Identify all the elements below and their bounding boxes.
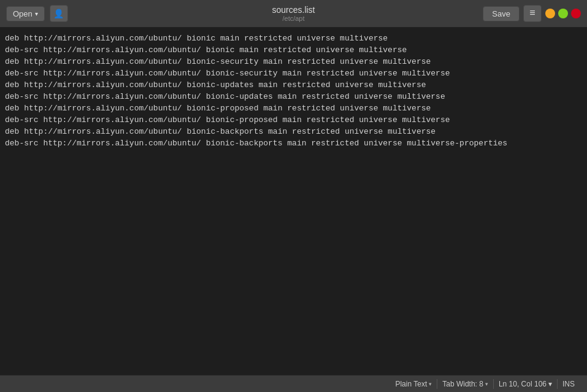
open-chevron-icon: ▾ [35, 10, 38, 17]
contact-icon-button[interactable]: 👤 [50, 5, 68, 22]
plain-text-label: Plain Text [395, 380, 427, 388]
plain-text-selector[interactable]: Plain Text ▾ [390, 375, 437, 392]
save-button[interactable]: Save [483, 6, 520, 21]
cursor-coordinates[interactable]: Ln 10, Col 106 ▾ [494, 375, 557, 392]
tab-width-selector[interactable]: Tab Width: 8 ▾ [437, 375, 493, 392]
editor-textarea[interactable] [0, 28, 587, 375]
coords-chevron-icon: ▾ [548, 380, 552, 388]
menu-icon: ≡ [529, 8, 535, 19]
tab-width-label: Tab Width: 8 [442, 380, 483, 388]
plain-text-chevron-icon: ▾ [429, 381, 432, 387]
title-center: sources.list /etc/apt [272, 5, 315, 22]
window-subtitle: /etc/apt [272, 15, 315, 22]
minimize-button[interactable] [545, 9, 555, 18]
insert-mode-label: INS [562, 380, 575, 388]
window-title: sources.list [272, 5, 315, 15]
menu-button[interactable]: ≡ [523, 5, 542, 22]
coordinates-label: Ln 10, Col 106 [499, 380, 547, 388]
tab-width-chevron-icon: ▾ [485, 381, 488, 387]
maximize-button[interactable] [558, 9, 568, 18]
title-bar-left: Open ▾ 👤 [6, 5, 68, 22]
title-bar: Open ▾ 👤 sources.list /etc/apt Save ≡ [0, 0, 587, 28]
window-controls [545, 9, 581, 18]
editor-area [0, 28, 587, 375]
open-button[interactable]: Open ▾ [6, 6, 45, 21]
contact-icon: 👤 [53, 9, 64, 19]
open-label: Open [13, 9, 33, 18]
close-button[interactable] [571, 9, 581, 18]
insert-mode-indicator: INS [558, 380, 580, 388]
title-bar-right: Save ≡ [483, 5, 581, 22]
status-bar: Plain Text ▾ Tab Width: 8 ▾ Ln 10, Col 1… [0, 375, 587, 392]
